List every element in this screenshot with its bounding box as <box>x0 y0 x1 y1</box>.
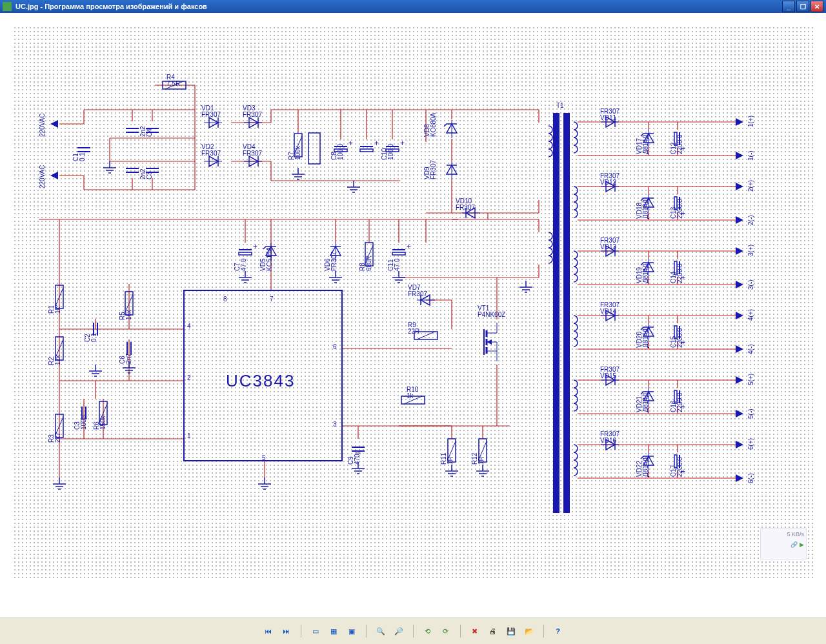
fit-button[interactable]: ▭ <box>309 625 322 638</box>
help-button[interactable]: ? <box>552 625 565 638</box>
title-bar[interactable]: UC.jpg - Программа просмотра изображений… <box>0 0 826 13</box>
next-button[interactable]: ⏭ <box>280 625 293 638</box>
tray-network-icon: 🔗 <box>791 541 798 548</box>
image-viewport: + <box>0 13 826 618</box>
tray-play-icon: ▶ <box>800 541 804 548</box>
svg-rect-104 <box>308 133 320 164</box>
slideshow-button[interactable]: ▣ <box>345 625 358 638</box>
svg-rect-106 <box>553 113 559 513</box>
app-icon <box>3 2 12 11</box>
minimize-button[interactable]: _ <box>782 1 795 12</box>
open-button[interactable]: 📂 <box>523 625 536 638</box>
schematic-diagram: + <box>0 13 826 607</box>
svg-rect-107 <box>563 113 570 513</box>
delete-button[interactable]: ✖ <box>468 625 481 638</box>
print-button[interactable]: 🖨 <box>487 625 499 638</box>
first-button[interactable]: ⏮ <box>262 625 275 638</box>
rotate-right-button[interactable]: ⟳ <box>439 625 452 638</box>
app-window: UC.jpg - Программа просмотра изображений… <box>0 0 826 644</box>
transformer-ref: T1 <box>556 102 564 109</box>
transfer-rate: 5 KB/s <box>787 531 804 538</box>
save-button[interactable]: 💾 <box>505 625 518 638</box>
close-button[interactable]: ✕ <box>811 1 823 12</box>
rotate-left-button[interactable]: ⟲ <box>421 625 434 638</box>
ic-label: UC3843 <box>226 371 295 391</box>
zoom-in-button[interactable]: 🔍 <box>374 625 387 638</box>
maximize-button[interactable]: ❐ <box>796 1 809 12</box>
actual-button[interactable]: ▦ <box>327 625 340 638</box>
system-tray-widget: 5 KB/s 🔗 ▶ <box>760 528 807 559</box>
zoom-out-button[interactable]: 🔎 <box>392 625 405 638</box>
viewer-toolbar: ⏮ ⏭ ▭ ▦ ▣ 🔍 🔎 ⟲ ⟳ ✖ 🖨 💾 📂 ? <box>0 618 826 644</box>
window-title: UC.jpg - Программа просмотра изображений… <box>15 3 207 10</box>
